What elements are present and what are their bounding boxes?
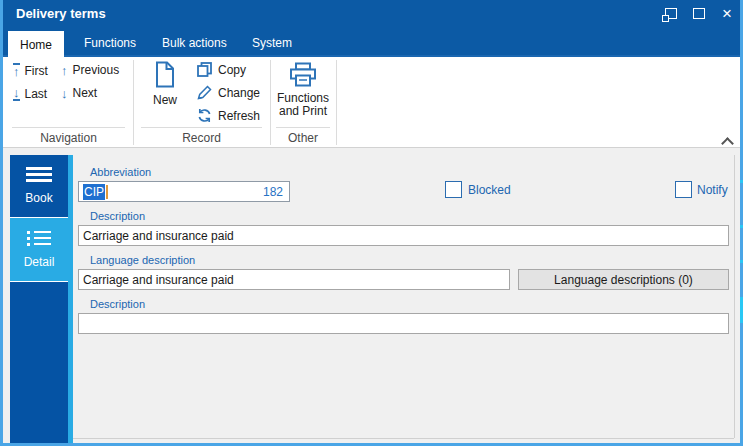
title-bar[interactable]: Delivery terms × xyxy=(0,0,743,28)
text-caret xyxy=(106,185,108,199)
sidebar-divider xyxy=(10,281,68,282)
group-label-divider xyxy=(141,127,262,128)
next-arrow-icon: ↓ xyxy=(61,87,68,100)
refresh-button[interactable]: Refresh xyxy=(197,108,260,123)
functions-and-print-label: Functions and Print xyxy=(272,92,334,118)
maximize-button[interactable] xyxy=(691,6,707,21)
previous-arrow-icon: ↑ xyxy=(61,64,68,77)
tab-functions[interactable]: Functions xyxy=(84,31,136,55)
window-title: Delivery terms xyxy=(16,6,106,21)
book-menu-icon xyxy=(26,167,52,182)
printer-icon xyxy=(289,62,317,88)
abbreviation-label: Abbreviation xyxy=(90,166,151,178)
next-label: Next xyxy=(73,86,98,100)
blocked-checkbox[interactable] xyxy=(445,181,462,198)
language-descriptions-button[interactable]: Language descriptions (0) xyxy=(518,269,729,290)
sidebar-item-detail-label: Detail xyxy=(24,255,55,269)
content-bottom-divider xyxy=(73,438,734,439)
new-document-icon xyxy=(153,61,177,88)
restore-window-icon xyxy=(665,8,677,19)
functions-and-print-button[interactable]: Functions and Print xyxy=(272,62,334,118)
group-label-navigation: Navigation xyxy=(4,131,133,145)
refresh-label: Refresh xyxy=(218,109,260,123)
first-label: First xyxy=(25,64,48,78)
close-button[interactable]: × xyxy=(719,6,735,21)
sidebar-item-book[interactable]: Book xyxy=(10,155,68,217)
tab-home[interactable]: Home xyxy=(8,31,64,59)
blocked-label: Blocked xyxy=(468,183,511,197)
abbreviation-selected-text: CIP xyxy=(83,184,105,200)
last-label: Last xyxy=(25,87,48,101)
language-description-label: Language description xyxy=(90,254,195,266)
copy-label: Copy xyxy=(218,63,246,77)
last-button[interactable]: ↓ Last xyxy=(13,86,47,101)
detail-list-icon xyxy=(27,231,51,246)
window-border-left xyxy=(0,0,3,446)
group-label-record: Record xyxy=(133,131,270,145)
abbreviation-input[interactable]: CIP 182 xyxy=(78,181,290,202)
first-button[interactable]: ↑ First xyxy=(13,63,48,78)
change-button[interactable]: Change xyxy=(197,85,260,100)
sidebar: Book Detail xyxy=(10,155,68,443)
delivery-terms-window: Delivery terms × Home Functions Bulk act… xyxy=(0,0,743,446)
description2-input[interactable] xyxy=(78,313,729,334)
window-controls: × xyxy=(663,6,735,21)
close-icon: × xyxy=(722,6,732,21)
restore-window-button[interactable] xyxy=(663,6,679,21)
abbreviation-number: 182 xyxy=(263,185,285,199)
copy-icon xyxy=(197,62,212,77)
group-label-divider xyxy=(276,127,330,128)
new-button[interactable]: New xyxy=(144,61,186,107)
previous-button[interactable]: ↑ Previous xyxy=(61,63,119,77)
sidebar-item-book-label: Book xyxy=(25,191,52,205)
previous-label: Previous xyxy=(73,63,120,77)
sidebar-accent-strip xyxy=(68,155,73,443)
first-arrow-icon: ↑ xyxy=(13,63,20,78)
notify-label: Notify xyxy=(697,183,728,197)
group-separator xyxy=(336,60,337,145)
refresh-icon xyxy=(197,108,212,123)
ribbon-tab-bar: Home Functions Bulk actions System xyxy=(0,28,743,57)
language-descriptions-button-label: Language descriptions (0) xyxy=(554,273,693,287)
new-label: New xyxy=(153,93,177,107)
maximize-icon xyxy=(693,8,705,19)
copy-button[interactable]: Copy xyxy=(197,62,246,77)
content-right-divider xyxy=(734,155,735,438)
language-description-input[interactable] xyxy=(78,269,510,290)
description-input[interactable] xyxy=(78,225,729,246)
group-label-other: Other xyxy=(270,131,336,145)
sidebar-item-detail[interactable]: Detail xyxy=(10,218,68,281)
tab-bulk-actions[interactable]: Bulk actions xyxy=(162,31,227,55)
description2-label: Description xyxy=(90,298,145,310)
change-label: Change xyxy=(218,86,260,100)
notify-checkbox[interactable] xyxy=(675,181,692,198)
description-label: Description xyxy=(90,210,145,222)
next-button[interactable]: ↓ Next xyxy=(61,86,97,100)
collapse-ribbon-chevron-icon[interactable] xyxy=(722,136,734,146)
pencil-icon xyxy=(197,85,212,100)
tab-system[interactable]: System xyxy=(252,31,292,55)
group-label-divider xyxy=(12,127,125,128)
last-arrow-icon: ↓ xyxy=(13,86,20,101)
